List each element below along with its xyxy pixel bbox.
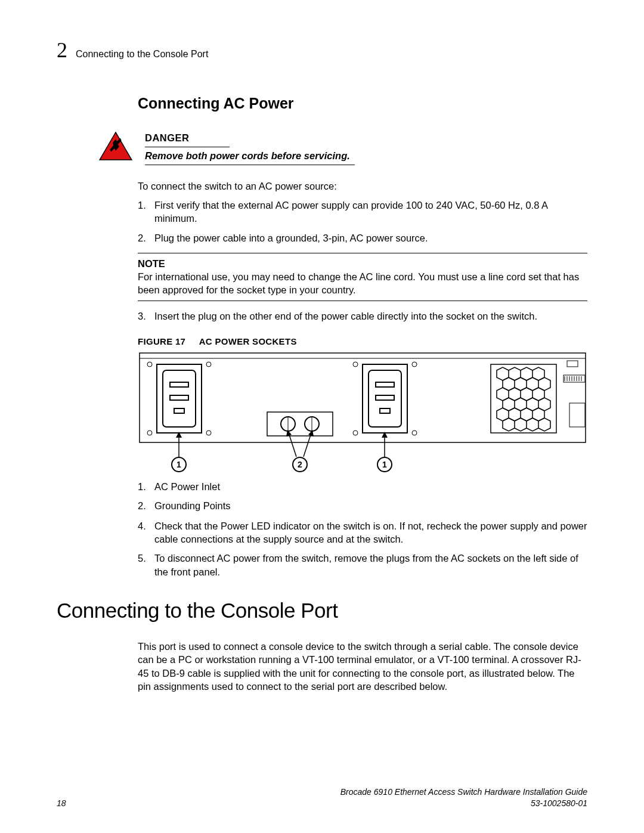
figure-legend: 1.AC Power Inlet 2.Grounding Points — [138, 480, 587, 512]
svg-point-11 — [206, 431, 211, 435]
svg-point-19 — [353, 431, 358, 435]
svg-rect-16 — [380, 408, 390, 413]
page-footer: 18 Brocade 6910 Ethernet Access Switch H… — [57, 786, 587, 809]
procedure-steps: First verify that the external AC power … — [138, 199, 587, 244]
figure-ac-power-sockets: 1 2 1 — [138, 352, 587, 475]
page-number: 18 — [57, 798, 66, 809]
note-label: NOTE — [138, 257, 587, 270]
note-text: For international use, you may need to c… — [138, 270, 587, 297]
callout-1: 1 — [177, 460, 181, 469]
svg-rect-14 — [376, 382, 394, 387]
intro-paragraph: To connect the switch to an AC power sou… — [138, 179, 587, 193]
svg-rect-37 — [569, 403, 585, 427]
svg-rect-21 — [267, 412, 333, 436]
page-header: 2 Connecting to the Console Port — [57, 36, 587, 65]
danger-admonition: DANGER Remove both power cords before se… — [98, 131, 587, 165]
running-header-title: Connecting to the Console Port — [76, 48, 208, 61]
step-2: Plug the power cable into a grounded, 3-… — [138, 231, 587, 244]
figure-title: AC POWER SOCKETS — [199, 336, 297, 346]
svg-rect-12 — [363, 364, 407, 433]
svg-point-20 — [412, 431, 417, 435]
step-1: First verify that the external AC power … — [138, 199, 587, 225]
svg-point-18 — [412, 362, 417, 367]
procedure-steps-cont: Insert the plug on the other end of the … — [138, 309, 587, 323]
heading-connecting-ac-power: Connecting AC Power — [138, 94, 587, 114]
callout-3: 1 — [382, 460, 387, 469]
svg-point-9 — [206, 362, 211, 367]
svg-rect-7 — [174, 408, 184, 413]
svg-point-8 — [147, 362, 152, 367]
svg-rect-15 — [376, 395, 394, 400]
danger-triangle-icon — [98, 131, 133, 164]
svg-point-17 — [353, 362, 358, 367]
svg-rect-4 — [163, 370, 196, 427]
procedure-steps-cont2: Check that the Power LED indicator on th… — [138, 519, 587, 578]
danger-label: DANGER — [145, 131, 230, 147]
figure-label: FIGURE 17 — [138, 336, 185, 346]
svg-rect-13 — [369, 370, 401, 427]
svg-rect-3 — [157, 364, 202, 433]
note-admonition: NOTE For international use, you may need… — [138, 253, 587, 301]
legend-item-1: 1.AC Power Inlet — [138, 480, 587, 493]
step-4: Check that the Power LED indicator on th… — [138, 519, 587, 546]
chapter-number: 2 — [57, 36, 67, 65]
svg-rect-6 — [170, 395, 188, 400]
step-3: Insert the plug on the other end of the … — [138, 309, 587, 323]
danger-text: Remove both power cords before servicing… — [145, 149, 355, 165]
step-5: To disconnect AC power from the switch, … — [138, 552, 587, 578]
figure-caption: FIGURE 17 AC POWER SOCKETS — [138, 336, 587, 348]
svg-rect-5 — [170, 382, 188, 387]
callout-2: 2 — [298, 460, 302, 469]
legend-item-2: 2.Grounding Points — [138, 499, 587, 512]
footer-doc-number: 53-1002580-01 — [340, 798, 587, 809]
footer-doc-title: Brocade 6910 Ethernet Access Switch Hard… — [340, 786, 587, 798]
svg-rect-27 — [567, 361, 578, 367]
svg-point-10 — [147, 431, 152, 435]
heading-connecting-console-port: Connecting to the Console Port — [57, 596, 587, 624]
console-intro-paragraph: This port is used to connect a console d… — [138, 640, 587, 693]
